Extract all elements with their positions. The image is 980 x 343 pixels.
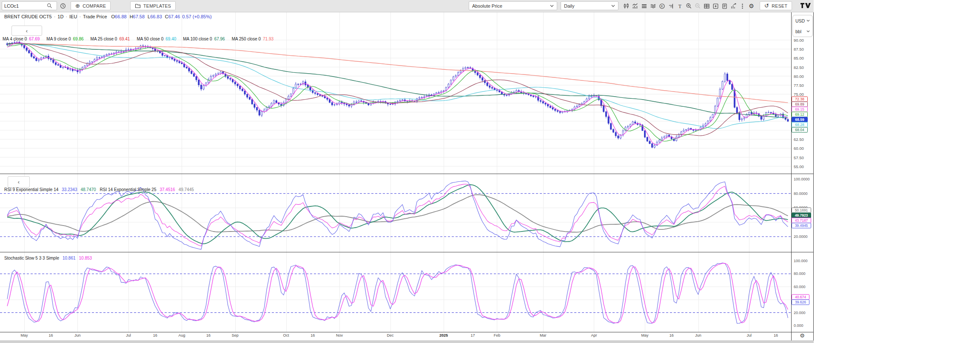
events-icon[interactable]: E [658, 0, 667, 12]
svg-text:E: E [661, 4, 663, 8]
price-scale-mode-select[interactable]: Absolute Price [469, 1, 557, 10]
trading-chart-app: ⊕ COMPARE TEMPLATES Absolute Price Daily… [0, 0, 814, 343]
settings-icon[interactable]: ⚙ [747, 0, 756, 12]
top-toolbar: ⊕ COMPARE TEMPLATES Absolute Price Daily… [0, 0, 814, 12]
grid-layout-icon[interactable] [702, 0, 711, 12]
reset-icon: ↺ [764, 3, 769, 9]
more-options-icon[interactable] [738, 0, 747, 12]
text-tool-icon[interactable]: T [675, 0, 684, 12]
waves-icon[interactable] [649, 0, 658, 12]
page: { "toolbar": { "symbol_value": "LCOc1", … [0, 0, 980, 343]
rsi-collapse-button[interactable]: ‹ [8, 176, 30, 188]
plus-circle-icon: ⊕ [75, 3, 80, 9]
toolbar-icon-group: ET⚙ [622, 0, 756, 12]
axis-scale-icon[interactable] [667, 0, 675, 12]
legend-collapse-button[interactable]: ‹ [11, 26, 42, 36]
indicators-icon[interactable] [631, 0, 640, 12]
interval-select[interactable]: Daily [561, 1, 618, 10]
tradingview-logo-icon[interactable] [800, 2, 812, 9]
compare-button[interactable]: ⊕ COMPARE [71, 1, 111, 10]
news-icon[interactable] [720, 0, 729, 12]
zoom-in-icon[interactable] [684, 0, 693, 12]
svg-text:T: T [678, 3, 681, 9]
line-stack-icon[interactable] [640, 0, 649, 12]
chevron-down-icon [550, 5, 554, 7]
symbol-input[interactable] [4, 3, 47, 9]
add-panel-icon[interactable] [711, 0, 720, 12]
chevron-down-icon [806, 20, 810, 22]
unit-selector: USD bbl [792, 15, 813, 37]
volume-chart-icon[interactable] [729, 0, 738, 12]
search-icon [47, 3, 52, 9]
recently-used-icon[interactable] [58, 0, 68, 12]
templates-button[interactable]: TEMPLATES [130, 1, 176, 10]
chart-canvas[interactable] [0, 0, 814, 343]
candlestick-style-icon[interactable] [622, 0, 631, 12]
symbol-search-input[interactable] [2, 1, 57, 10]
chevron-down-icon [611, 5, 615, 7]
currency-select[interactable]: USD [793, 15, 812, 26]
chevron-down-icon [806, 30, 810, 32]
unit-select[interactable]: bbl [793, 26, 812, 37]
time-axis-settings-gear-icon[interactable]: ⚙ [791, 332, 813, 339]
reset-button[interactable]: ↺ RESET [760, 1, 792, 10]
zoom-out-icon[interactable] [693, 0, 702, 12]
folder-icon [135, 3, 141, 9]
